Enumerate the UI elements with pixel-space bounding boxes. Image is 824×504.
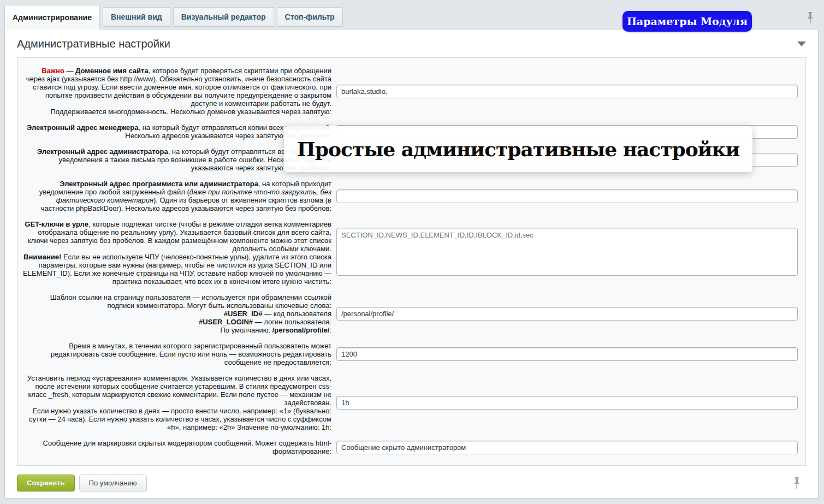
tab-stop-filter[interactable]: Стоп-фильтр (277, 7, 343, 27)
form-row-profile-url: Шаблон ссылки на страницу пользователя —… (23, 293, 799, 334)
page-title: Административные настройки (17, 38, 170, 50)
pin-icon[interactable] (807, 11, 814, 25)
programmer-email-input[interactable] (336, 189, 798, 203)
pin-icon[interactable] (793, 477, 801, 490)
field-label: Время в минутах, в течении которого заре… (23, 342, 331, 366)
form-row-edit-time: Время в минутах, в течении которого заре… (23, 342, 799, 366)
save-button[interactable]: Сохранить (17, 475, 75, 491)
tab-visual-editor[interactable]: Визуальный редактор (173, 7, 274, 27)
hidden-message-input[interactable] (336, 441, 798, 454)
footer-actions: Сохранить По умолчанию (5, 466, 818, 491)
field-label: Электронный адрес программиста или админ… (23, 180, 331, 212)
tooltip-text: Простые административные настройки (297, 138, 739, 161)
tooltip-overlay: Простые административные настройки (284, 126, 752, 172)
field-label: Установить период «устаревания» коммента… (23, 374, 331, 431)
form-row-domain: Важно — Доменное имя сайта, которое буде… (23, 67, 799, 116)
pushpin-glyph (807, 11, 814, 25)
field-label: GET-ключи в урле, которые подлежат чистк… (23, 220, 331, 286)
get-keys-textarea[interactable]: SECTION_ID,NEWS_ID,ELEMENT_ID,ID,IBLOCK_… (336, 228, 798, 276)
field-label: Важно — Доменное имя сайта, которое буде… (23, 67, 331, 116)
field-label: Шаблон ссылки на страницу пользователя —… (23, 293, 331, 334)
field-label: Сообщение для маркировки скрытых модерат… (23, 439, 331, 455)
settings-panel: Административные настройки Важно — Домен… (4, 29, 819, 499)
collapse-section-icon[interactable] (797, 41, 806, 46)
module-params-button[interactable]: Параметры Модуля (623, 11, 752, 32)
form-row-hidden-message: Сообщение для маркировки скрытых модерат… (23, 439, 799, 455)
tab-bar: Администрирование Внешний вид Визуальный… (4, 0, 346, 29)
pushpin-glyph (793, 477, 801, 490)
tab-administration[interactable]: Администрирование (4, 5, 100, 29)
settings-form: Важно — Доменное имя сайта, которое буде… (17, 57, 806, 466)
tab-appearance[interactable]: Внешний вид (103, 7, 170, 27)
form-row-programmer-email: Электронный адрес программиста или админ… (23, 180, 799, 212)
form-row-fresh-period: Установить период «устаревания» коммента… (23, 374, 799, 431)
default-button[interactable]: По умолчанию (79, 475, 147, 491)
fresh-period-input[interactable] (336, 396, 798, 410)
panel-header: Административные настройки (5, 29, 818, 57)
profile-url-input[interactable] (336, 307, 798, 321)
edit-time-input[interactable] (336, 347, 798, 361)
domain-input[interactable] (336, 85, 798, 98)
form-row-get-keys: GET-ключи в урле, которые подлежат чистк… (23, 220, 799, 286)
